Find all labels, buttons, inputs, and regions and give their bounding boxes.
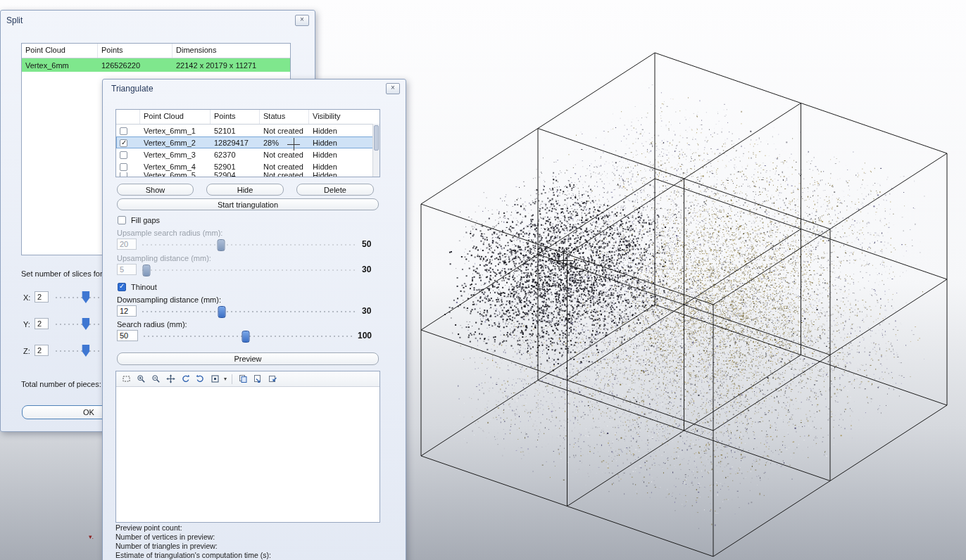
hide-button[interactable]: Hide bbox=[206, 184, 284, 196]
thinout-checkbox[interactable] bbox=[118, 283, 126, 291]
downsampling-distance-input[interactable]: 12 bbox=[117, 305, 137, 317]
cell-points: 12829417 bbox=[211, 139, 260, 147]
table-row[interactable]: Vertex_6mm_1 52101 Not created Hidden bbox=[116, 125, 380, 136]
upsampling-distance-label: Upsampling distance (mm): bbox=[117, 254, 211, 262]
split-table-header: Point Cloud Points Dimensions bbox=[22, 44, 290, 58]
fit-view-icon[interactable] bbox=[209, 374, 220, 385]
table-scrollbar[interactable] bbox=[372, 124, 380, 177]
export-image-icon[interactable] bbox=[267, 374, 278, 385]
downsampling-distance-slider[interactable] bbox=[142, 311, 358, 312]
cell-point-cloud: Vertex_6mm_5 bbox=[140, 172, 211, 177]
slider-thumb[interactable] bbox=[217, 239, 225, 251]
slider-thumb[interactable] bbox=[242, 331, 250, 343]
cell-points: 62370 bbox=[211, 151, 260, 159]
show-button[interactable]: Show bbox=[117, 184, 194, 196]
row-checkbox[interactable] bbox=[120, 139, 127, 147]
table-row[interactable]: Vertex_6mm_3 62370 Not created Hidden bbox=[116, 148, 380, 160]
column-header-visibility: Visibility bbox=[309, 110, 367, 124]
split-title: Split bbox=[6, 15, 23, 25]
vertices-in-preview-label: Number of vertices in preview: bbox=[115, 533, 215, 542]
search-radius-row: 50 100 bbox=[103, 330, 406, 343]
search-radius-label: Search radius (mm): bbox=[117, 320, 187, 329]
search-radius-input[interactable]: 50 bbox=[117, 330, 138, 341]
triangulate-table[interactable]: Point Cloud Points Status Visibility Ver… bbox=[115, 109, 380, 177]
z-slices-input[interactable]: 2 bbox=[34, 345, 49, 356]
cell-status: Not created bbox=[260, 151, 309, 159]
application-window: { "split_dialog": { "title": "Split", "c… bbox=[0, 0, 966, 560]
downsampling-distance-label: Downsampling distance (mm): bbox=[117, 295, 221, 304]
cell-visibility: Hidden bbox=[309, 163, 367, 171]
triangulate-table-header: Point Cloud Points Status Visibility bbox=[116, 110, 380, 125]
row-checkbox[interactable] bbox=[120, 151, 127, 159]
z-slider-thumb[interactable] bbox=[82, 345, 89, 357]
total-pieces-label: Total number of pieces: bbox=[21, 380, 101, 388]
upsample-search-radius-slider[interactable] bbox=[142, 244, 355, 246]
mouse-crosshair-cursor bbox=[287, 138, 300, 151]
triangles-in-preview-label: Number of triangles in preview: bbox=[115, 542, 218, 551]
rotate-cw-icon[interactable] bbox=[194, 374, 206, 385]
fill-gaps-checkbox[interactable] bbox=[118, 216, 126, 224]
table-row-clipped[interactable]: Vertex_6mm_5 52904 Not created Hidden bbox=[116, 172, 380, 177]
split-titlebar[interactable]: Split × bbox=[1, 11, 315, 29]
toolbar-dropdown-arrow[interactable]: ▾ bbox=[224, 376, 227, 382]
x-slider-thumb[interactable] bbox=[82, 291, 89, 303]
downsampling-distance-max: 30 bbox=[362, 306, 371, 316]
computation-time-label: Estimate of triangulation's computation … bbox=[115, 551, 271, 560]
column-header-points: Points bbox=[211, 110, 260, 124]
triangulate-title: Triangulate bbox=[111, 84, 153, 94]
rotate-ccw-icon[interactable] bbox=[180, 374, 191, 385]
delete-button[interactable]: Delete bbox=[296, 184, 374, 196]
column-header-point-cloud: Point Cloud bbox=[22, 44, 98, 58]
y-slider-thumb[interactable] bbox=[82, 318, 89, 330]
column-header-point-cloud: Point Cloud bbox=[140, 110, 211, 124]
split-table-row-selected[interactable]: Vertex_6mm 126526220 22142 x 20179 x 112… bbox=[22, 58, 290, 72]
search-radius-slider[interactable] bbox=[144, 336, 352, 337]
upsampling-distance-max: 30 bbox=[362, 265, 371, 274]
pan-icon[interactable] bbox=[165, 374, 176, 385]
downsampling-distance-row: 12 30 bbox=[103, 305, 406, 318]
preview-toolbar: ▾ bbox=[116, 371, 380, 387]
select-rect-icon[interactable] bbox=[120, 374, 132, 385]
z-axis-label: Z: bbox=[23, 347, 30, 355]
slices-label: Set number of slices for bbox=[21, 269, 103, 278]
triangulate-close-button[interactable]: × bbox=[386, 83, 400, 94]
close-icon: × bbox=[300, 15, 304, 23]
copy-view-icon[interactable] bbox=[237, 374, 249, 385]
x-slices-input[interactable]: 2 bbox=[34, 291, 49, 303]
table-row-selected[interactable]: Vertex_6mm_2 12829417 28% Hidden bbox=[116, 136, 380, 148]
cell-point-cloud: Vertex_6mm_2 bbox=[140, 139, 211, 147]
thinout-label: Thinout bbox=[131, 283, 157, 291]
upsampling-distance-input[interactable]: 5 bbox=[117, 264, 137, 275]
slider-thumb[interactable] bbox=[143, 265, 151, 276]
triangulate-titlebar[interactable]: Triangulate × bbox=[103, 79, 406, 98]
column-header-dimensions: Dimensions bbox=[172, 44, 289, 58]
cell-points: 126526220 bbox=[98, 61, 172, 70]
column-header-points: Points bbox=[98, 44, 172, 58]
scrollbar-thumb[interactable] bbox=[374, 125, 379, 151]
search-radius-max: 100 bbox=[358, 331, 372, 341]
copy-image-icon[interactable] bbox=[252, 374, 263, 385]
start-triangulation-button[interactable]: Start triangulation bbox=[117, 198, 379, 210]
cell-visibility: Hidden bbox=[309, 127, 367, 135]
zoom-out-icon[interactable] bbox=[150, 374, 161, 385]
triangulate-dialog: Triangulate × Point Cloud Points Status … bbox=[102, 79, 406, 560]
y-slices-input[interactable]: 2 bbox=[34, 318, 49, 329]
fill-gaps-label: Fill gaps bbox=[131, 216, 160, 224]
row-checkbox[interactable] bbox=[120, 172, 127, 177]
preview-button[interactable]: Preview bbox=[117, 352, 379, 365]
row-checkbox[interactable] bbox=[120, 127, 127, 135]
slider-thumb[interactable] bbox=[218, 306, 226, 318]
table-row[interactable]: Vertex_6mm_4 52901 Not created Hidden bbox=[116, 160, 380, 172]
upsampling-distance-row: 5 30 bbox=[103, 264, 406, 276]
upsample-search-radius-input[interactable]: 20 bbox=[117, 238, 137, 250]
split-close-button[interactable]: × bbox=[295, 15, 309, 26]
cell-status: Not created bbox=[260, 163, 309, 171]
upsampling-distance-slider[interactable] bbox=[142, 269, 355, 271]
preview-panel: ▾ bbox=[115, 371, 380, 523]
cell-point-cloud: Vertex_6mm bbox=[22, 61, 98, 70]
row-checkbox[interactable] bbox=[120, 163, 127, 171]
zoom-in-icon[interactable] bbox=[135, 374, 146, 385]
upsample-search-radius-label: Upsample search radius (mm): bbox=[117, 229, 222, 237]
column-header-status: Status bbox=[260, 110, 309, 124]
preview-canvas[interactable] bbox=[116, 387, 380, 522]
